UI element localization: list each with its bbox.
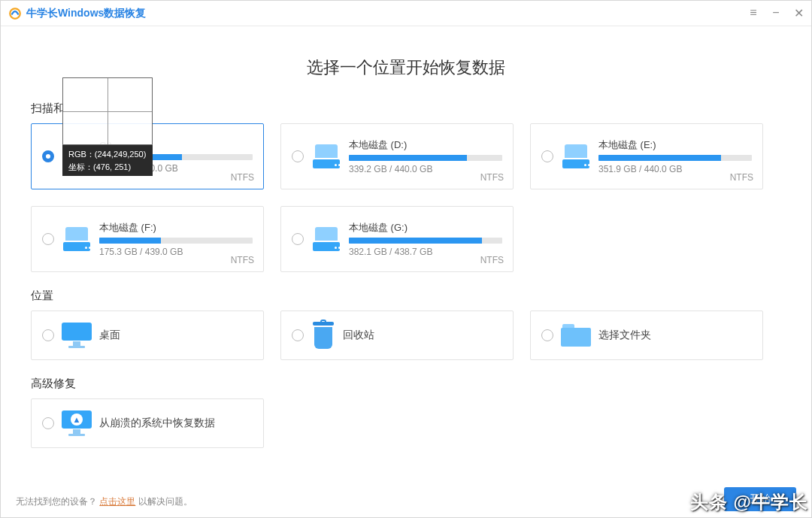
fs-label: NTFS [231,255,254,265]
drive-icon [311,144,341,168]
location-desktop[interactable]: 桌面 [31,310,264,360]
radio-icon[interactable] [42,417,54,429]
advanced-crashed-system[interactable]: ▲ 从崩溃的系统中恢复数据 [31,398,264,448]
drive-icon [311,227,341,251]
disk-usage-bar [349,238,502,244]
disk-name: 本地磁盘 (F:) [99,221,253,235]
disk-name: 本地磁盘 (D:) [349,138,502,152]
advanced-section-label: 高级修复 [31,377,781,391]
disk-size: 80.5 GB / 150.0 GB [99,163,253,174]
location-label: 回收站 [343,329,374,342]
close-icon[interactable]: ✕ [792,6,805,20]
fs-label: NTFS [480,255,504,265]
radio-icon[interactable] [42,233,54,245]
location-section-label: 位置 [31,289,781,303]
fs-label: NTFS [231,172,254,183]
disk-name: 本地磁盘 (G:) [349,221,502,235]
location-recycle[interactable]: 回收站 [280,310,514,360]
disk-card-e[interactable]: 本地磁盘 (E:) 351.9 GB / 440.0 GB NTFS [530,123,763,189]
disk-card-g[interactable]: 本地磁盘 (G:) 382.1 GB / 438.7 GB NTFS [280,206,514,272]
app-logo-icon [8,7,22,20]
disk-size: 175.3 GB / 439.0 GB [99,247,253,257]
help-link[interactable]: 点击这里 [99,496,135,507]
radio-icon[interactable] [292,329,304,341]
disk-name: 本地磁盘 (E:) [598,138,752,152]
radio-icon[interactable] [541,150,553,162]
desktop-icon [62,323,92,348]
menu-icon[interactable]: ≡ [747,6,760,20]
disk-name: C:) [99,140,253,151]
advanced-label: 从崩溃的系统中恢复数据 [99,417,215,430]
drive-icon [62,144,92,168]
footer-help: 无法找到您的设备？ 点击这里 以解决问题。 [16,495,192,508]
radio-icon[interactable] [42,329,54,341]
app-title: 牛学长Windows数据恢复 [26,7,146,20]
fs-label: NTFS [480,172,504,183]
fs-label: NTFS [730,172,753,183]
disk-usage-bar [598,155,752,161]
drive-icon [62,227,92,251]
trash-icon [311,322,335,349]
disk-card-f[interactable]: 本地磁盘 (F:) 175.3 GB / 439.0 GB NTFS [31,206,264,272]
disk-usage-bar [349,155,502,161]
location-label: 选择文件夹 [598,329,651,342]
disk-card-c[interactable]: C:) 80.5 GB / 150.0 GB NTFS [31,123,264,189]
disk-size: 339.2 GB / 440.0 GB [349,164,502,174]
location-label: 桌面 [99,329,120,342]
location-folder[interactable]: 选择文件夹 [530,310,763,360]
minimize-icon[interactable]: − [769,6,783,20]
drive-icon [561,144,591,168]
page-title: 选择一个位置开始恢复数据 [31,56,781,79]
crashed-system-icon: ▲ [62,410,92,436]
titlebar: 牛学长Windows数据恢复 ≡ − ✕ [1,1,811,26]
folder-icon [561,324,591,347]
radio-icon[interactable] [292,150,304,162]
radio-icon[interactable] [292,233,304,245]
disk-usage-bar [99,154,253,160]
disk-size: 351.9 GB / 440.0 GB [598,164,752,174]
radio-selected-icon[interactable] [42,150,54,162]
disk-card-d[interactable]: 本地磁盘 (D:) 339.2 GB / 440.0 GB NTFS [280,123,514,189]
scan-section-label: 扫描和 [31,101,781,116]
radio-icon[interactable] [541,329,553,341]
watermark: 头条 @牛学长 [690,490,808,514]
disk-size: 382.1 GB / 438.7 GB [349,247,502,257]
disk-usage-bar [99,238,253,244]
